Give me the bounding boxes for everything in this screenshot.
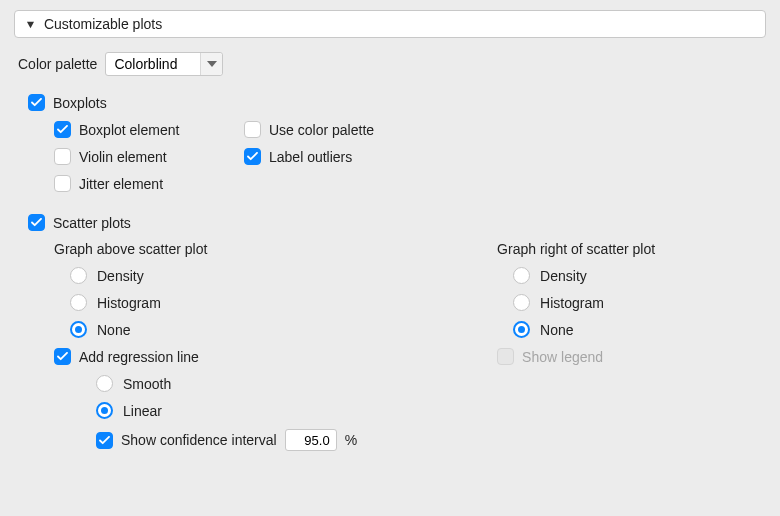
- regression-linear-label: Linear: [123, 403, 162, 419]
- graph-above-label: Graph above scatter plot: [54, 241, 357, 257]
- above-density-radio[interactable]: [70, 267, 87, 284]
- scatter-plots-label: Scatter plots: [53, 215, 131, 231]
- jitter-element-checkbox[interactable]: [54, 175, 71, 192]
- label-outliers-label: Label outliers: [269, 149, 352, 165]
- right-none-label: None: [540, 322, 573, 338]
- right-histogram-label: Histogram: [540, 295, 604, 311]
- right-density-label: Density: [540, 268, 587, 284]
- above-histogram-label: Histogram: [97, 295, 161, 311]
- use-color-palette-label: Use color palette: [269, 122, 374, 138]
- confidence-interval-input[interactable]: [285, 429, 337, 451]
- boxplots-label: Boxplots: [53, 95, 107, 111]
- panel-title: Customizable plots: [44, 16, 162, 32]
- boxplot-element-label: Boxplot element: [79, 122, 179, 138]
- regression-linear-radio[interactable]: [96, 402, 113, 419]
- right-none-radio[interactable]: [513, 321, 530, 338]
- show-legend-label: Show legend: [522, 349, 603, 365]
- violin-element-checkbox[interactable]: [54, 148, 71, 165]
- above-none-label: None: [97, 322, 130, 338]
- violin-element-label: Violin element: [79, 149, 167, 165]
- confidence-interval-label: Show confidence interval: [121, 432, 277, 448]
- graph-right-label: Graph right of scatter plot: [497, 241, 655, 257]
- above-none-radio[interactable]: [70, 321, 87, 338]
- use-color-palette-checkbox[interactable]: [244, 121, 261, 138]
- confidence-interval-checkbox[interactable]: [96, 432, 113, 449]
- right-histogram-radio[interactable]: [513, 294, 530, 311]
- regression-smooth-radio[interactable]: [96, 375, 113, 392]
- label-outliers-checkbox[interactable]: [244, 148, 261, 165]
- right-density-radio[interactable]: [513, 267, 530, 284]
- confidence-interval-unit: %: [345, 432, 357, 448]
- boxplot-element-checkbox[interactable]: [54, 121, 71, 138]
- color-palette-label: Color palette: [18, 56, 97, 72]
- color-palette-select[interactable]: Colorblind: [105, 52, 223, 76]
- panel-header[interactable]: ▼ Customizable plots: [14, 10, 766, 38]
- add-regression-checkbox[interactable]: [54, 348, 71, 365]
- disclosure-triangle-icon: ▼: [24, 18, 36, 30]
- boxplots-checkbox[interactable]: [28, 94, 45, 111]
- above-histogram-radio[interactable]: [70, 294, 87, 311]
- above-density-label: Density: [97, 268, 144, 284]
- scatter-plots-checkbox[interactable]: [28, 214, 45, 231]
- jitter-element-label: Jitter element: [79, 176, 163, 192]
- show-legend-checkbox: [497, 348, 514, 365]
- add-regression-label: Add regression line: [79, 349, 199, 365]
- regression-smooth-label: Smooth: [123, 376, 171, 392]
